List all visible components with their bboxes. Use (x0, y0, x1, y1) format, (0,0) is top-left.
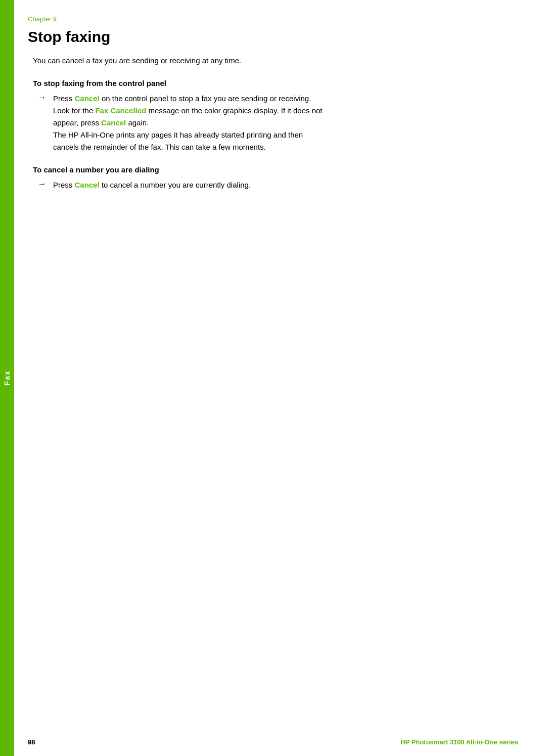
footer-product-name: HP Photosmart 3100 All-in-One series (400, 738, 518, 746)
cancel-dialing-prefix: Press (53, 181, 75, 189)
bullet-line2-prefix: Look for the (53, 106, 95, 115)
page-title: Stop faxing (28, 28, 518, 46)
bullet-line5: cancels the remainder of the fax. This c… (53, 143, 266, 151)
bullet-content-stop-faxing: Press Cancel on the control panel to sto… (53, 93, 323, 153)
bullet-line1-suffix: on the control panel to stop a fax you a… (100, 94, 311, 103)
sidebar-tab: Fax (0, 0, 14, 756)
cancel-keyword-1: Cancel (75, 94, 100, 103)
bullet-line2-suffix: message on the color graphics display. I… (146, 106, 322, 115)
footer: 98 HP Photosmart 3100 All-in-One series (28, 738, 518, 746)
main-content: Chapter 9 Stop faxing You can cancel a f… (28, 15, 518, 736)
page-container: Fax Chapter 9 Stop faxing You can cancel… (0, 0, 546, 756)
section-cancel-dialing: To cancel a number you are dialing → Pre… (28, 165, 518, 191)
section-heading-stop-faxing: To stop faxing from the control panel (33, 79, 518, 87)
sidebar-tab-label: Fax (3, 370, 11, 385)
footer-page-number: 98 (28, 738, 35, 746)
bullet-line4: The HP All-in-One prints any pages it ha… (53, 130, 303, 139)
cancel-keyword-2: Cancel (101, 118, 126, 127)
chapter-label: Chapter 9 (28, 15, 518, 23)
bullet-line3-prefix: appear, press (53, 118, 101, 127)
arrow-icon-2: → (38, 180, 46, 189)
section-stop-faxing: To stop faxing from the control panel → … (28, 79, 518, 153)
cancel-keyword-3: Cancel (75, 181, 100, 189)
fax-cancelled-keyword: Fax Cancelled (95, 106, 146, 115)
bullet-line3-suffix: again. (126, 118, 149, 127)
bullet-content-cancel-dialing: Press Cancel to cancel a number you are … (53, 179, 251, 191)
cancel-dialing-suffix: to cancel a number you are currently dia… (100, 181, 251, 189)
intro-text: You can cancel a fax you are sending or … (33, 56, 518, 65)
bullet-item-stop-faxing: → Press Cancel on the control panel to s… (38, 93, 518, 153)
section-heading-cancel-dialing: To cancel a number you are dialing (33, 165, 518, 174)
bullet-item-cancel-dialing: → Press Cancel to cancel a number you ar… (38, 179, 518, 191)
bullet-line1-prefix: Press (53, 94, 75, 103)
arrow-icon-1: → (38, 93, 46, 102)
